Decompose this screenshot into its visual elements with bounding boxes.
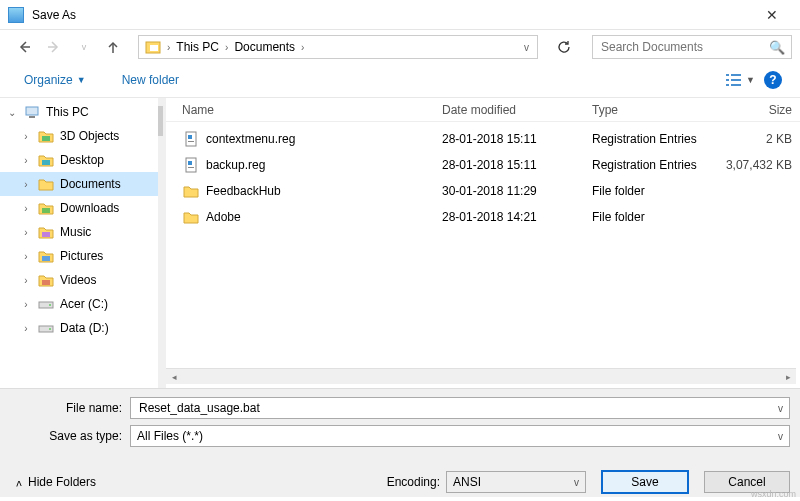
forward-button[interactable] xyxy=(44,37,64,57)
expand-icon[interactable]: › xyxy=(20,131,32,142)
folder-doc-icon xyxy=(145,39,161,55)
recent-dropdown[interactable]: v xyxy=(74,37,94,57)
sidebar-item-data-d-[interactable]: ›Data (D:) xyxy=(0,316,158,340)
sidebar-item-label: 3D Objects xyxy=(60,129,119,143)
organize-button[interactable]: Organize▼ xyxy=(18,69,92,91)
chevron-down-icon: v xyxy=(574,477,579,488)
file-date: 28-01-2018 14:21 xyxy=(442,210,592,224)
svg-rect-27 xyxy=(188,167,194,168)
expand-icon[interactable]: › xyxy=(20,275,32,286)
expand-icon[interactable]: › xyxy=(20,203,32,214)
sidebar-item-videos[interactable]: ›Videos xyxy=(0,268,158,292)
svg-rect-16 xyxy=(42,256,50,261)
reg-icon xyxy=(182,130,200,148)
file-type: File folder xyxy=(592,210,722,224)
sidebar-item-label: Desktop xyxy=(60,153,104,167)
sidebar: ⌄This PC›3D Objects›Desktop›Documents›Do… xyxy=(0,98,158,388)
refresh-button[interactable] xyxy=(552,35,576,59)
expand-icon[interactable]: ⌄ xyxy=(6,107,18,118)
svg-point-21 xyxy=(49,328,51,330)
new-folder-button[interactable]: New folder xyxy=(116,69,185,91)
sidebar-item-acer-c-[interactable]: ›Acer (C:) xyxy=(0,292,158,316)
svg-rect-13 xyxy=(42,184,50,189)
file-row[interactable]: FeedbackHub30-01-2018 11:29File folder xyxy=(182,178,800,204)
folder-teal-icon xyxy=(38,152,54,168)
view-options-button[interactable]: ▼ xyxy=(726,72,754,88)
file-size: 3,07,432 KB xyxy=(722,158,792,172)
sidebar-item-desktop[interactable]: ›Desktop xyxy=(0,148,158,172)
file-row[interactable]: backup.reg28-01-2018 15:11Registration E… xyxy=(182,152,800,178)
sidebar-item-label: Videos xyxy=(60,273,96,287)
form-area: File name: v Save as type: All Files (*.… xyxy=(0,388,800,461)
chevron-right-icon: › xyxy=(165,42,172,53)
file-row[interactable]: contextmenu.reg28-01-2018 15:11Registrat… xyxy=(182,126,800,152)
file-date: 28-01-2018 15:11 xyxy=(442,158,592,172)
toolbar: Organize▼ New folder ▼ ? xyxy=(0,62,800,98)
col-date-header[interactable]: Date modified xyxy=(442,103,592,117)
watermark: wsxdn.com xyxy=(751,489,796,499)
sidebar-item-label: Music xyxy=(60,225,91,239)
file-list: contextmenu.reg28-01-2018 15:11Registrat… xyxy=(166,122,800,368)
folder-music-icon xyxy=(38,224,54,240)
search-box[interactable]: 🔍 xyxy=(592,35,792,59)
splitter[interactable] xyxy=(158,98,166,388)
drive-icon xyxy=(38,320,54,336)
svg-text:▼: ▼ xyxy=(746,75,754,85)
file-type: Registration Entries xyxy=(592,158,722,172)
reg-icon xyxy=(182,156,200,174)
close-button[interactable]: ✕ xyxy=(752,1,792,29)
sidebar-item-downloads[interactable]: ›Downloads xyxy=(0,196,158,220)
svg-rect-15 xyxy=(42,232,50,237)
sidebar-item-music[interactable]: ›Music xyxy=(0,220,158,244)
drive-icon xyxy=(38,296,54,312)
col-type-header[interactable]: Type xyxy=(592,103,722,117)
svg-rect-17 xyxy=(42,280,50,285)
svg-rect-23 xyxy=(188,135,192,139)
search-icon[interactable]: 🔍 xyxy=(769,40,785,55)
col-size-header[interactable]: Size xyxy=(722,103,792,117)
sidebar-item-this-pc[interactable]: ⌄This PC xyxy=(0,100,158,124)
svg-rect-10 xyxy=(29,116,35,118)
search-input[interactable] xyxy=(599,39,769,55)
scroll-left-icon[interactable]: ◂ xyxy=(166,369,182,385)
svg-rect-14 xyxy=(42,208,50,213)
breadcrumb-item[interactable]: This PC xyxy=(172,40,223,54)
file-type: Registration Entries xyxy=(592,132,722,146)
expand-icon[interactable]: › xyxy=(20,227,32,238)
horizontal-scrollbar[interactable]: ◂ ▸ xyxy=(166,368,796,384)
column-headers[interactable]: Name Date modified Type Size xyxy=(166,98,800,122)
file-row[interactable]: Adobe28-01-2018 14:21File folder xyxy=(182,204,800,230)
chevron-down-icon[interactable]: v xyxy=(778,403,783,414)
address-bar[interactable]: › This PC › Documents › v xyxy=(138,35,538,59)
svg-rect-4 xyxy=(726,79,729,81)
expand-icon[interactable]: › xyxy=(20,155,32,166)
scroll-right-icon[interactable]: ▸ xyxy=(780,369,796,385)
footer: ʌ Hide Folders Encoding: ANSI v Save Can… xyxy=(0,461,800,497)
col-name-header[interactable]: Name xyxy=(182,103,442,117)
sidebar-item-pictures[interactable]: ›Pictures xyxy=(0,244,158,268)
hide-folders-button[interactable]: ʌ Hide Folders xyxy=(10,475,96,489)
sidebar-item-documents[interactable]: ›Documents xyxy=(0,172,158,196)
back-button[interactable] xyxy=(14,37,34,57)
svg-rect-5 xyxy=(731,79,741,81)
sidebar-item-3d-objects[interactable]: ›3D Objects xyxy=(0,124,158,148)
savetype-label: Save as type: xyxy=(10,429,130,443)
expand-icon[interactable]: › xyxy=(20,323,32,334)
expand-icon[interactable]: › xyxy=(20,299,32,310)
svg-point-19 xyxy=(49,304,51,306)
help-button[interactable]: ? xyxy=(764,71,782,89)
chevron-down-icon[interactable]: v xyxy=(778,431,783,442)
expand-icon[interactable]: › xyxy=(20,251,32,262)
address-dropdown-icon[interactable]: v xyxy=(520,42,533,53)
savetype-combo[interactable]: All Files (*.*) v xyxy=(130,425,790,447)
up-button[interactable] xyxy=(104,37,122,57)
save-button[interactable]: Save xyxy=(602,471,688,493)
encoding-select[interactable]: ANSI v xyxy=(446,471,586,493)
breadcrumb-item[interactable]: Documents xyxy=(230,40,299,54)
encoding-label: Encoding: xyxy=(387,475,440,489)
expand-icon[interactable]: › xyxy=(20,179,32,190)
svg-rect-2 xyxy=(726,74,729,76)
app-icon xyxy=(8,7,24,23)
filename-combo[interactable]: v xyxy=(130,397,790,419)
filename-input[interactable] xyxy=(137,400,778,416)
